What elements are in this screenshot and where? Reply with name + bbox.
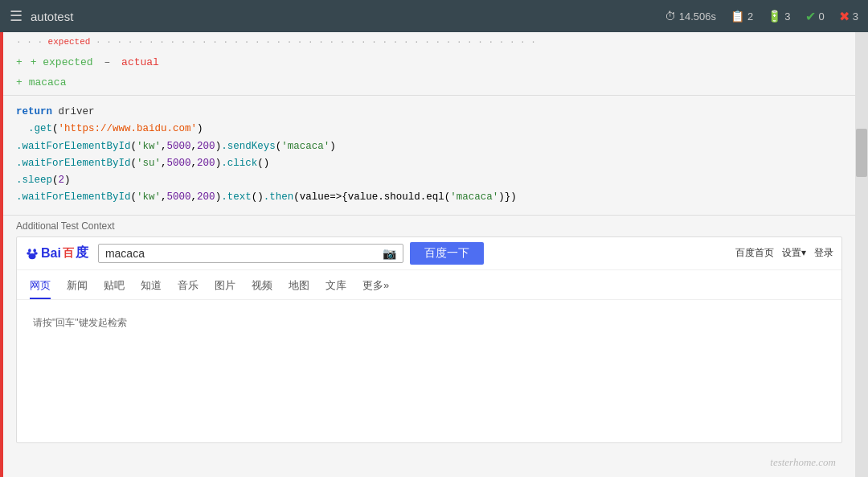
doc-count: 2 [747,10,753,23]
macaca-line: + macaca [3,75,855,95]
svg-point-4 [33,249,36,253]
topbar: ☰ autotest ⏱ 14.506s 📋 2 🔋 3 ✔ 0 ✖ 3 [0,0,868,32]
expected-actual-line: + + expected – actual [3,50,855,75]
cross-icon: ✖ [839,9,850,24]
battery-icon: 🔋 [768,10,781,23]
cross-count: 3 [853,10,858,23]
tab-music[interactable]: 音乐 [178,275,199,299]
check-stat: ✔ 0 [805,9,825,24]
code-line-1: return driver [16,104,842,121]
timer-value: 14.506s [679,10,716,23]
tab-video[interactable]: 视频 [252,275,272,299]
baidu-bai: Bai [41,246,61,261]
code-line-4: .waitForElementById('su',5000,200).click… [16,155,842,172]
main-content: · · · expected · · · · · · · · · · · · ·… [0,32,868,477]
tab-wenku[interactable]: 文库 [326,275,346,299]
code-line-6: .waitForElementById('kw',5000,200).text(… [16,189,842,206]
tab-more[interactable]: 更多» [362,275,389,299]
doc-stat: 📋 2 [731,10,753,23]
baidu-search-input[interactable] [105,247,383,260]
scrollbar-thumb[interactable] [856,129,867,177]
timer-stat: ⏱ 14.506s [665,10,716,23]
faded-line: · · · expected · · · · · · · · · · · · ·… [3,32,855,50]
browser-addressbar: Bai 百 度 📷 百度一下 百度首页 设置▾ 登录 [17,237,841,270]
tab-map[interactable]: 地图 [289,275,309,299]
cross-stat: ✖ 3 [839,9,858,24]
menu-icon[interactable]: ☰ [10,7,23,25]
tab-news[interactable]: 新闻 [67,275,88,299]
battery-count: 3 [784,10,790,23]
context-label: Additional Test Context [3,216,855,236]
camera-icon: 📷 [383,247,396,260]
macaca-text: macaca [29,76,67,88]
baidu-paw-icon [25,246,39,261]
check-count: 0 [819,10,825,23]
svg-point-1 [27,252,31,255]
expected-label: + expected [31,56,93,68]
code-line-5: .sleep(2) [16,172,842,189]
timer-icon: ⏱ [665,10,676,23]
login-link[interactable]: 登录 [814,246,833,260]
right-links: 百度首页 设置▾ 登录 [735,246,833,260]
app-title: autotest [31,10,657,23]
code-line-3: .waitForElementById('kw',5000,200).sendK… [16,138,842,155]
baidu-hundred: 百 [63,246,74,261]
settings-link[interactable]: 设置▾ [782,246,806,260]
baidu-home-link[interactable]: 百度首页 [735,246,774,260]
svg-point-2 [34,252,38,255]
test-panel: · · · expected · · · · · · · · · · · · ·… [0,32,855,477]
code-block: return driver .get('https://www.baidu.co… [3,96,855,215]
battery-stat: 🔋 3 [768,10,790,23]
search-hint: 请按"回车"键发起检索 [17,300,841,346]
tab-image[interactable]: 图片 [215,275,235,299]
tab-tieba[interactable]: 贴吧 [104,275,125,299]
baidu-search-wrap: 📷 [98,244,403,263]
doc-icon: 📋 [731,10,744,23]
scrollbar[interactable] [855,32,868,477]
actual-label: actual [121,56,159,68]
content-area [17,346,841,442]
svg-point-3 [28,249,31,253]
baidu-du: 度 [76,245,88,261]
plus-sign-expected: + [16,56,23,68]
nav-tabs: 网页 新闻 贴吧 知道 音乐 图片 视频 地图 文库 更多» [17,270,841,300]
code-line-2: .get('https://www.baidu.com') [16,121,842,138]
tab-zhidao[interactable]: 知道 [141,275,162,299]
baidu-logo: Bai 百 度 [25,245,88,261]
stats-area: ⏱ 14.506s 📋 2 🔋 3 ✔ 0 ✖ 3 [665,9,858,24]
check-icon: ✔ [805,9,816,24]
watermark: testerhome.com [770,456,836,469]
tab-webpage[interactable]: 网页 [30,275,51,299]
plus-sign-macaca: + [16,76,23,88]
browser-mock: Bai 百 度 📷 百度一下 百度首页 设置▾ 登录 [16,236,842,443]
baidu-search-button[interactable]: 百度一下 [410,242,484,265]
